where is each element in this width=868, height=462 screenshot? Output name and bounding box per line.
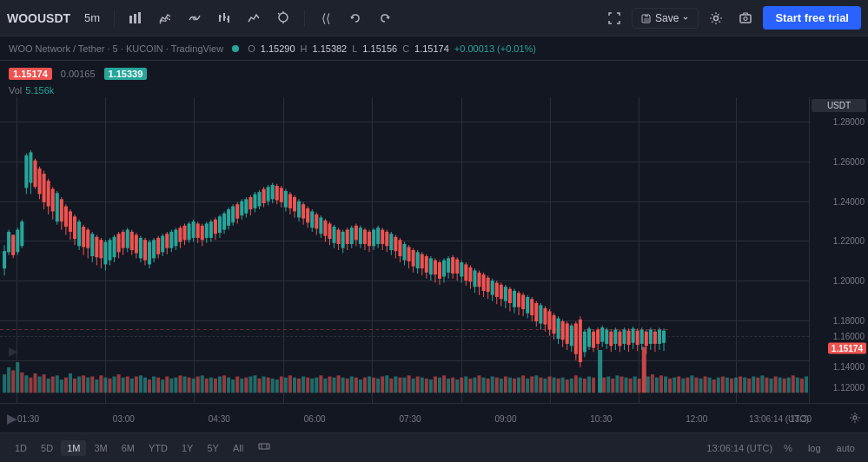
svg-rect-64 bbox=[205, 379, 209, 393]
svg-rect-240 bbox=[86, 230, 89, 248]
svg-rect-56 bbox=[169, 379, 173, 393]
svg-rect-338 bbox=[301, 204, 305, 218]
vol-row: Vol 5.156k bbox=[0, 83, 868, 97]
svg-rect-280 bbox=[174, 230, 177, 247]
nav-1m[interactable]: 1M bbox=[61, 440, 86, 456]
svg-rect-342 bbox=[310, 211, 314, 228]
svg-rect-28 bbox=[47, 379, 50, 393]
svg-rect-262 bbox=[135, 234, 138, 253]
svg-rect-117 bbox=[438, 378, 441, 393]
timestamp: 13:06:14 (UTC) bbox=[749, 413, 809, 423]
svg-rect-258 bbox=[126, 230, 129, 248]
nav-3m[interactable]: 3M bbox=[88, 440, 113, 456]
svg-rect-135 bbox=[517, 378, 520, 393]
svg-rect-222 bbox=[47, 181, 50, 206]
svg-rect-176 bbox=[699, 379, 703, 393]
svg-rect-24 bbox=[29, 378, 32, 393]
svg-rect-75 bbox=[253, 375, 256, 393]
svg-rect-420 bbox=[482, 274, 486, 291]
svg-rect-378 bbox=[389, 234, 393, 250]
svg-rect-278 bbox=[169, 232, 173, 248]
svg-rect-187 bbox=[747, 379, 751, 393]
svg-rect-125 bbox=[473, 378, 476, 393]
chart-canvas[interactable]: ▶ bbox=[0, 97, 809, 403]
save-button[interactable]: Save bbox=[632, 8, 699, 29]
settings-bottom[interactable] bbox=[849, 412, 861, 426]
svg-rect-304 bbox=[227, 209, 230, 226]
alert-icon[interactable] bbox=[271, 6, 295, 30]
svg-rect-274 bbox=[161, 236, 164, 253]
svg-rect-189 bbox=[756, 378, 759, 393]
svg-rect-472 bbox=[596, 330, 600, 344]
svg-rect-29 bbox=[51, 376, 55, 393]
fullscreen-icon[interactable] bbox=[602, 6, 626, 30]
svg-rect-424 bbox=[491, 280, 494, 294]
svg-rect-346 bbox=[319, 217, 322, 234]
svg-rect-162 bbox=[642, 346, 646, 393]
auto-btn[interactable]: auto bbox=[832, 441, 859, 455]
svg-rect-406 bbox=[451, 257, 454, 274]
nav-6m[interactable]: 6M bbox=[116, 440, 141, 456]
trial-button[interactable]: Start free trial bbox=[763, 6, 861, 30]
nav-5d[interactable]: 5D bbox=[35, 440, 59, 456]
svg-rect-31 bbox=[60, 380, 63, 393]
svg-rect-131 bbox=[500, 379, 503, 393]
timeframe-btn[interactable]: 5m bbox=[79, 10, 105, 26]
range-icon[interactable] bbox=[258, 440, 270, 455]
tv-logo-bottom: ▶ bbox=[7, 412, 17, 426]
indicator-icon[interactable] bbox=[182, 6, 207, 30]
svg-rect-354 bbox=[337, 230, 341, 244]
snapshot-icon[interactable] bbox=[733, 6, 758, 30]
bar-chart-icon[interactable] bbox=[212, 6, 236, 30]
svg-rect-80 bbox=[275, 380, 279, 393]
log-btn[interactable]: log bbox=[804, 441, 825, 455]
nav-all[interactable]: All bbox=[227, 440, 249, 456]
svg-rect-62 bbox=[196, 376, 200, 393]
svg-rect-230 bbox=[64, 207, 68, 227]
timestamp-label: 13:06:14 (UTC) bbox=[706, 443, 772, 453]
settings-icon[interactable] bbox=[704, 6, 728, 30]
svg-rect-170 bbox=[673, 378, 676, 393]
svg-rect-490 bbox=[636, 331, 639, 345]
svg-rect-195 bbox=[783, 379, 786, 393]
svg-rect-214 bbox=[29, 152, 32, 182]
svg-rect-410 bbox=[460, 262, 463, 276]
svg-rect-156 bbox=[611, 379, 614, 393]
change-val: +0.00013 (+0.01%) bbox=[454, 43, 536, 54]
nav-ytd[interactable]: YTD bbox=[142, 440, 174, 456]
redo-icon[interactable] bbox=[373, 6, 397, 30]
svg-rect-88 bbox=[310, 379, 314, 393]
back-icon[interactable]: ⟨⟨ bbox=[314, 6, 338, 30]
svg-rect-30 bbox=[56, 375, 59, 393]
svg-rect-61 bbox=[192, 379, 195, 393]
nav-5y[interactable]: 5Y bbox=[201, 440, 224, 456]
svg-rect-356 bbox=[341, 232, 345, 248]
pct-btn[interactable]: % bbox=[779, 441, 797, 455]
nav-1d[interactable]: 1D bbox=[9, 440, 33, 456]
svg-rect-136 bbox=[521, 375, 525, 393]
svg-rect-33 bbox=[69, 373, 72, 393]
svg-rect-438 bbox=[521, 295, 525, 309]
svg-point-10 bbox=[279, 13, 288, 22]
svg-rect-55 bbox=[165, 376, 169, 393]
svg-rect-106 bbox=[389, 379, 393, 393]
chart-type-icon[interactable] bbox=[123, 6, 148, 30]
svg-rect-113 bbox=[421, 378, 424, 393]
svg-rect-496 bbox=[649, 330, 653, 344]
svg-point-15 bbox=[714, 16, 719, 20]
svg-rect-137 bbox=[526, 379, 529, 393]
nav-1y[interactable]: 1Y bbox=[176, 440, 199, 456]
price-tag2: 1.15339 bbox=[104, 68, 148, 80]
svg-rect-90 bbox=[319, 375, 322, 393]
svg-rect-183 bbox=[730, 379, 733, 393]
time-06:00: 06:00 bbox=[304, 413, 326, 423]
svg-rect-104 bbox=[381, 376, 384, 393]
svg-rect-51 bbox=[148, 380, 151, 393]
svg-rect-34 bbox=[73, 379, 76, 393]
line-chart-icon[interactable] bbox=[242, 6, 266, 30]
svg-rect-132 bbox=[504, 376, 507, 393]
svg-rect-336 bbox=[297, 201, 301, 218]
currency-badge: USDT bbox=[812, 99, 866, 112]
undo-icon[interactable] bbox=[343, 6, 368, 30]
compare-icon[interactable] bbox=[153, 6, 177, 30]
